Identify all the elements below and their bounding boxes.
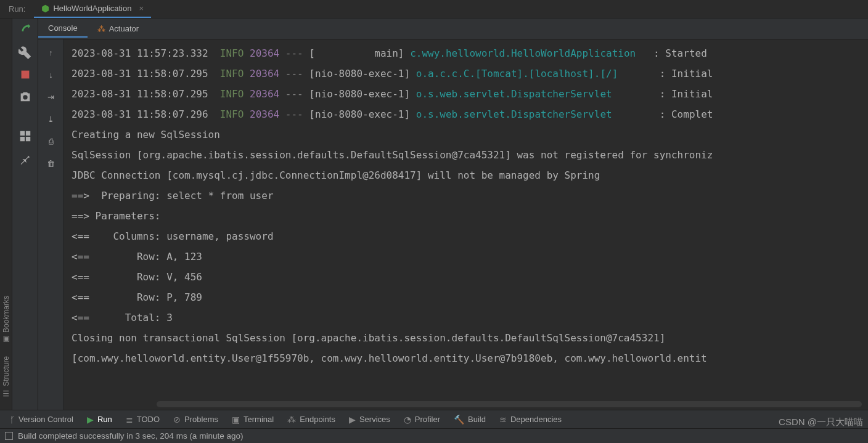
endpoints-icon: ⁂: [287, 415, 296, 425]
panel-tabs: Console ⁂Actuator: [38, 18, 868, 39]
hammer-icon: 🔨: [454, 415, 464, 425]
print-icon[interactable]: ⎙: [44, 134, 58, 148]
play-icon: ▶: [87, 415, 94, 425]
rerun-button[interactable]: [18, 23, 32, 37]
scroll-to-end-icon[interactable]: ⤓: [44, 112, 58, 126]
svg-rect-0: [21, 71, 29, 79]
tab-endpoints[interactable]: ⁂Endpoints: [287, 415, 335, 425]
pin-icon[interactable]: [18, 152, 32, 165]
list-icon: ≣: [126, 415, 133, 425]
tab-console[interactable]: Console: [38, 20, 88, 38]
status-text: Build completed successfully in 3 sec, 2…: [18, 431, 243, 441]
branch-icon: ᚶ: [10, 415, 15, 425]
structure-panel-button[interactable]: ☰Structure: [2, 356, 10, 397]
run-label: Run:: [0, 4, 34, 14]
up-icon[interactable]: ↑: [44, 46, 58, 59]
profiler-icon: ◔: [404, 415, 411, 425]
checkbox-icon[interactable]: [5, 432, 13, 440]
services-icon: ▶: [349, 415, 356, 425]
tab-actuator[interactable]: ⁂Actuator: [88, 20, 149, 37]
run-config-tab[interactable]: ⬢ HelloWorldApplication ×: [34, 1, 151, 18]
action-toolbar: [12, 18, 38, 410]
bottom-tab-bar: ᚶVersion Control ▶Run ≣TODO ⊘Problems ▣T…: [0, 410, 868, 428]
tab-version-control[interactable]: ᚶVersion Control: [10, 415, 73, 425]
tab-terminal[interactable]: ▣Terminal: [232, 415, 274, 425]
down-icon[interactable]: ↓: [44, 68, 58, 81]
run-config-name: HelloWorldApplication: [53, 4, 131, 13]
console-toolbar: ↑ ↓ ⇥ ⤓ ⎙ 🗑: [38, 39, 64, 410]
warning-icon: ⊘: [173, 415, 181, 425]
tab-run[interactable]: ▶Run: [87, 415, 112, 425]
camera-icon[interactable]: [18, 90, 32, 104]
bottom-area: ᚶVersion Control ▶Run ≣TODO ⊘Problems ▣T…: [0, 410, 868, 443]
layers-icon: ≋: [499, 415, 507, 425]
terminal-icon: ▣: [232, 415, 240, 425]
left-tool-strip: ▣Bookmarks ☰Structure: [0, 18, 12, 410]
tab-profiler[interactable]: ◔Profiler: [404, 415, 440, 425]
wrench-icon[interactable]: [18, 46, 32, 59]
close-icon[interactable]: ×: [139, 4, 144, 13]
stop-button[interactable]: [18, 68, 32, 81]
tab-todo[interactable]: ≣TODO: [126, 415, 160, 425]
soft-wrap-icon[interactable]: ⇥: [44, 90, 58, 104]
tab-services[interactable]: ▶Services: [349, 415, 390, 425]
tab-dependencies[interactable]: ≋Dependencies: [499, 415, 562, 425]
spring-icon: ⬢: [41, 3, 49, 14]
run-header: Run: ⬢ HelloWorldApplication ×: [0, 0, 868, 18]
tab-problems[interactable]: ⊘Problems: [173, 415, 218, 425]
tab-build[interactable]: 🔨Build: [454, 415, 486, 425]
console-output[interactable]: 2023-08-31 11:57:23.332 INFO 20364 --- […: [64, 39, 868, 410]
clear-icon[interactable]: 🗑: [44, 156, 58, 170]
watermark: CSDN @一只大喵喵: [779, 417, 863, 428]
layout-icon[interactable]: [18, 129, 32, 143]
actuator-icon: ⁂: [97, 24, 105, 33]
bookmarks-panel-button[interactable]: ▣Bookmarks: [2, 296, 10, 344]
horizontal-scrollbar[interactable]: [157, 401, 862, 407]
status-bar: Build completed successfully in 3 sec, 2…: [0, 428, 868, 443]
